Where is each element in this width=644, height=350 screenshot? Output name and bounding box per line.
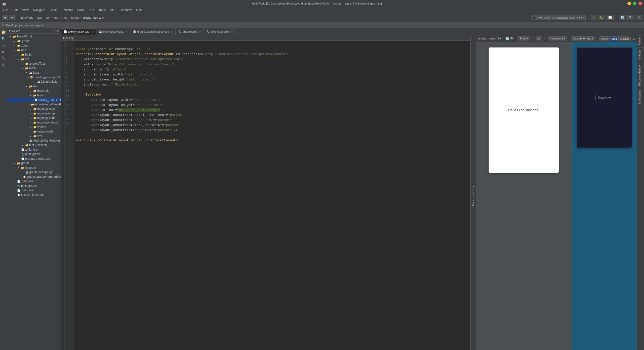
menu-edit[interactable]: Edit [10, 8, 20, 12]
tree-build-folder[interactable]: ▸ 📁 build [7, 52, 61, 57]
tab-activity-main-xml[interactable]: 📄 activity_main.xml ✕ [61, 28, 96, 35]
menu-tools[interactable]: Tools [97, 8, 108, 12]
tab-gradle-wrapper-props[interactable]: 📋 gradle-wrapper.properties ✕ [130, 28, 176, 35]
tree-androidtest-folder[interactable]: ▸ 📁 androidTest [7, 61, 61, 66]
menu-code[interactable]: Code [48, 8, 59, 12]
close-icon[interactable]: ✕ [199, 30, 201, 33]
sync-button[interactable]: 🔄 [619, 15, 626, 20]
spacer-icon [16, 152, 20, 156]
activity-search-icon[interactable]: 🔍 [1, 36, 7, 42]
code-editor[interactable]: 12345 678910 1112131415 16171819 <?xml v… [61, 41, 470, 350]
notifications-tab[interactable]: Notifications [637, 88, 644, 106]
pixel-selector[interactable]: Pixel ▾ [518, 36, 530, 41]
activity-run-icon[interactable]: ▶ [1, 49, 7, 55]
back-btn[interactable]: ◀ [2, 15, 8, 20]
device-name: Pixel 3a API 34 extension_level_7 x8 [537, 16, 582, 19]
tree-values-folder[interactable]: ▸ 📁 values [7, 125, 61, 129]
tab-build-gradle[interactable]: 🔧 build.gradle ✕ [176, 28, 204, 35]
api-selector[interactable]: 34 [536, 36, 542, 41]
close-button[interactable] [638, 2, 642, 5]
close-icon[interactable]: ✕ [171, 30, 173, 33]
component-tree-panel[interactable]: Component Tree [470, 35, 476, 350]
settings-icon[interactable]: ⚙ [633, 37, 635, 40]
code-text[interactable]: <?xml version="1.0" encoding="utf-8"?> <… [74, 41, 470, 350]
tree-root-gitignore[interactable]: 📄 .gitignore [7, 179, 61, 184]
forward-btn[interactable]: ▶ [9, 15, 15, 20]
palette-tab[interactable]: Palette [637, 35, 644, 47]
tab-settings-gradle[interactable]: 🔧 settings.gradle ✕ [204, 28, 236, 35]
device-selector[interactable]: 📱 Pixel 3a API 34 extension_level_7 x8 ▾ [531, 15, 586, 20]
close-icon[interactable]: ✕ [126, 30, 128, 33]
close-icon[interactable]: ✕ [231, 30, 233, 33]
tree-xml-folder[interactable]: ▸ 📁 xml [7, 134, 61, 138]
activity-vcs-icon[interactable]: ⎇ [1, 42, 7, 48]
menu-refactor[interactable]: Refactor [59, 8, 75, 12]
tree-values-night-folder[interactable]: ▸ 📁 values-night [7, 129, 61, 134]
tree-mipmap-xhdpi-folder[interactable]: ▸ 📁 mipmap-xhdpi [7, 116, 61, 120]
chevron-right-icon: ▸ [28, 129, 32, 134]
tree-mipmap-anydpi-folder[interactable]: ▸ 📁 mipmap-anydpi-v26 [7, 102, 61, 107]
resource-manager-tab[interactable]: Resource Manager [637, 62, 644, 88]
menu-file[interactable]: File [1, 8, 10, 12]
tree-root-build-gradle[interactable]: 🔧 build.gradle [7, 184, 61, 188]
activity-plugin-icon[interactable]: 🔌 [1, 62, 7, 68]
design-view-button[interactable]: Design [619, 36, 631, 41]
tree-gradle-wrapper-properties[interactable]: 📋 gradle-wrapper.properties [7, 174, 61, 179]
res-path: res [63, 16, 67, 19]
run-button[interactable]: ▶ [591, 15, 596, 20]
tree-package-folder[interactable]: ▾ 📦 com.dingjjiaxiong.helloworld [7, 75, 61, 79]
attributes-tab[interactable]: Attributes [637, 47, 644, 62]
app-theme-selector[interactable]: HelloWorld ▾ [548, 36, 567, 41]
tree-layout-folder[interactable]: ▾ 📂 layout [7, 93, 61, 98]
tree-libs-versions-toml[interactable]: 📋 libs.versions.toml [7, 193, 61, 197]
tree-main-folder[interactable]: ▾ 📂 main [7, 66, 61, 70]
menu-vcs[interactable]: VCS [108, 8, 118, 12]
tree-java-folder[interactable]: ▾ ☕ java [7, 70, 61, 75]
code-view-button[interactable]: Code [599, 36, 610, 41]
close-icon[interactable]: ✕ [91, 30, 93, 33]
tree-drawable-folder[interactable]: ▸ 📁 drawable [7, 89, 61, 93]
tree-activity-main-xml[interactable]: 📄 activity_main.xml [7, 98, 61, 102]
debug-button[interactable]: 🐛 [598, 15, 605, 20]
zoom-icon[interactable]: 🔍 [510, 37, 514, 40]
tree-app-folder[interactable]: ▾ 📂 app [7, 48, 61, 52]
menu-view[interactable]: View [20, 8, 31, 12]
tree-mipmap-xxhdpi-folder[interactable]: ▸ 📁 mipmap-xxhdpi [7, 120, 61, 125]
activity-build-icon[interactable]: 🔨 [1, 55, 7, 61]
tree-androidmanifest-file[interactable]: 🤖 AndroidManifest.xml [7, 138, 61, 143]
menu-run[interactable]: Run [87, 8, 96, 12]
search-everywhere-button[interactable]: 🔍 [627, 15, 634, 20]
profile-button[interactable]: 📊 [607, 15, 614, 20]
collapse-all-icon[interactable]: ≡ [54, 29, 55, 32]
title-bar-controls[interactable] [627, 2, 642, 5]
minimize-button[interactable] [627, 2, 631, 5]
menu-navigate[interactable]: Navigate [31, 8, 47, 12]
tree-idea-folder[interactable]: ▸ 📁 .idea [7, 43, 61, 48]
tree-gradle-settings[interactable]: 📄 .gitignore [7, 188, 61, 193]
tree-proguard-file[interactable]: 📄 proguard-rules.pro [7, 156, 61, 161]
tree-test-folder[interactable]: ▸ 📁 test [unitTest] [7, 143, 61, 147]
tree-res-folder[interactable]: ▾ 📂 res [7, 84, 61, 89]
tree-helloworld-root[interactable]: ▾ 📂 HelloWorld [7, 34, 61, 39]
tree-build-gradle-file[interactable]: 🔧 build.gradle [7, 152, 61, 156]
tree-mipmap-hdpi-folder[interactable]: ▸ 📁 mipmap-hdpi [7, 107, 61, 111]
settings-button[interactable]: ⚙ [636, 15, 642, 20]
tab-mainactivity-java[interactable]: ☕ MainActivity.java ✕ [96, 28, 130, 35]
refresh-icon[interactable]: 🔄 [505, 37, 509, 40]
menu-window[interactable]: Window [119, 8, 134, 12]
tree-wrapper-folder[interactable]: ▾ 📂 wrapper [7, 165, 61, 170]
tree-src-folder[interactable]: ▾ 📂 src [7, 57, 61, 61]
maximize-button[interactable] [633, 2, 636, 5]
tree-gitignore-file[interactable]: 📄 .gitignore [7, 147, 61, 152]
locale-selector[interactable]: Default (en-us) ▾ [571, 36, 595, 41]
tree-mainactivity-file[interactable]: ☕ MainActivity [7, 79, 61, 84]
menu-help[interactable]: Help [134, 8, 144, 12]
tree-mipmap-mdpi-folder[interactable]: ▸ 📁 mipmap-mdpi [7, 111, 61, 116]
activity-project-icon[interactable]: 📁 [1, 29, 7, 35]
menu-build[interactable]: Build [75, 8, 86, 12]
split-view-button[interactable]: Split [610, 36, 618, 41]
tree-gradle-wrapper-jar[interactable]: 🫙 gradle-wrapper.jar [7, 170, 61, 174]
tree-gradle-folder[interactable]: ▸ 📁 .gradle [7, 39, 61, 43]
settings-icon[interactable]: ⚙ [56, 29, 59, 32]
tree-gradle-root-folder[interactable]: ▾ 📂 gradle [7, 161, 61, 165]
